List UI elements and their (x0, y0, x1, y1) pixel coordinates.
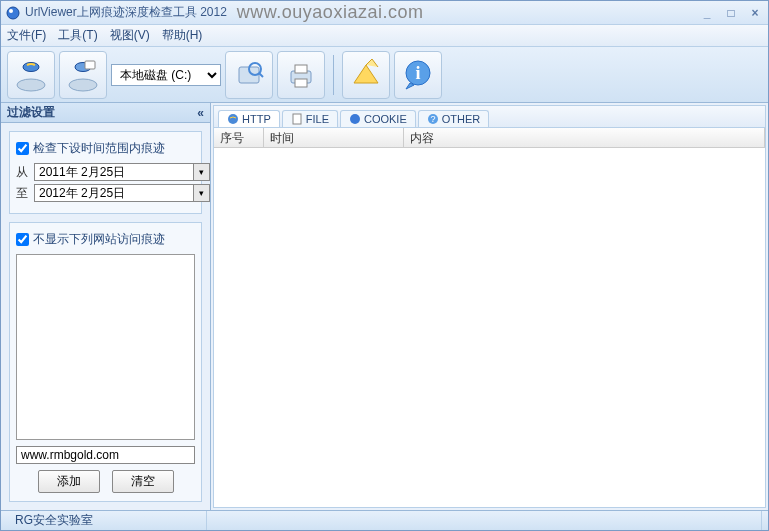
add-button[interactable]: 添加 (38, 470, 100, 493)
tab-bar: HTTP FILE COOKIE ? OTHER (214, 106, 765, 128)
svg-rect-10 (295, 79, 307, 87)
from-label: 从 (16, 164, 28, 181)
svg-rect-9 (295, 65, 307, 73)
titlebar: UrlViewer上网痕迹深度检查工具 2012 www.ouyaoxiazai… (1, 1, 768, 25)
watermark-text: www.ouyaoxiazai.com (237, 2, 424, 23)
minimize-button[interactable]: _ (698, 5, 716, 21)
sidebar-title: 过滤设置 (7, 104, 55, 121)
exclude-group: 不显示下列网站访问痕迹 添加 清空 (9, 222, 202, 502)
filter-body: 检查下设时间范围内痕迹 从 ▾ 至 ▾ (1, 123, 210, 510)
exclude-label: 不显示下列网站访问痕迹 (33, 231, 165, 248)
to-label: 至 (16, 185, 28, 202)
main-panel: HTTP FILE COOKIE ? OTHER 序号 时间 内容 (213, 105, 766, 508)
body-area: 过滤设置 « 检查下设时间范围内痕迹 从 ▾ (1, 103, 768, 510)
statusbar: RG安全实验室 (1, 510, 768, 530)
sidebar-header: 过滤设置 « (1, 103, 210, 123)
maximize-button[interactable]: □ (722, 5, 740, 21)
column-seq[interactable]: 序号 (214, 128, 264, 147)
status-empty (207, 511, 762, 530)
svg-point-2 (17, 79, 45, 91)
svg-line-7 (259, 73, 263, 77)
window-controls: _ □ × (698, 5, 764, 21)
to-date-picker-button[interactable]: ▾ (194, 184, 210, 202)
time-filter-checkbox[interactable] (16, 142, 29, 155)
svg-point-3 (69, 79, 97, 91)
question-icon: ? (427, 113, 439, 125)
menu-tools[interactable]: 工具(T) (58, 27, 97, 44)
from-date-picker-button[interactable]: ▾ (194, 163, 210, 181)
tab-file[interactable]: FILE (282, 110, 338, 127)
list-body[interactable] (214, 148, 765, 507)
svg-rect-14 (293, 114, 301, 124)
tab-http[interactable]: HTTP (218, 110, 280, 127)
menubar: 文件(F) 工具(T) 视图(V) 帮助(H) (1, 25, 768, 47)
time-filter-label: 检查下设时间范围内痕迹 (33, 140, 165, 157)
clear-button[interactable]: 清空 (112, 470, 174, 493)
svg-point-0 (7, 7, 19, 19)
exclude-url-input[interactable] (16, 446, 195, 464)
menu-help[interactable]: 帮助(H) (162, 27, 203, 44)
tab-cookie[interactable]: COOKIE (340, 110, 416, 127)
ie-cache-button[interactable] (59, 51, 107, 99)
filter-sidebar: 过滤设置 « 检查下设时间范围内痕迹 从 ▾ (1, 103, 211, 510)
window-title: UrlViewer上网痕迹深度检查工具 2012 (25, 4, 227, 21)
svg-text:i: i (415, 63, 420, 83)
menu-view[interactable]: 视图(V) (110, 27, 150, 44)
list-header: 序号 时间 内容 (214, 128, 765, 148)
column-content[interactable]: 内容 (404, 128, 765, 147)
print-button[interactable] (277, 51, 325, 99)
tab-other[interactable]: ? OTHER (418, 110, 490, 127)
ie-icon (227, 113, 239, 125)
sidebar-collapse-button[interactable]: « (197, 106, 204, 120)
svg-text:?: ? (430, 114, 435, 124)
drive-select[interactable]: 本地磁盘 (C:) (111, 64, 221, 86)
toolbar: 本地磁盘 (C:) i (1, 47, 768, 103)
file-icon (291, 113, 303, 125)
to-date-input[interactable] (34, 184, 194, 202)
svg-point-13 (228, 114, 238, 124)
menu-file[interactable]: 文件(F) (7, 27, 46, 44)
app-icon (5, 5, 21, 21)
column-time[interactable]: 时间 (264, 128, 404, 147)
svg-rect-4 (85, 61, 95, 69)
close-button[interactable]: × (746, 5, 764, 21)
toolbar-separator (333, 55, 334, 95)
exclude-checkbox[interactable] (16, 233, 29, 246)
main-window: UrlViewer上网痕迹深度检查工具 2012 www.ouyaoxiazai… (0, 0, 769, 531)
scan-button[interactable] (225, 51, 273, 99)
from-date-input[interactable] (34, 163, 194, 181)
favorites-button[interactable] (342, 51, 390, 99)
cookie-icon (349, 113, 361, 125)
exclude-listbox[interactable] (16, 254, 195, 440)
svg-point-1 (9, 9, 13, 13)
info-button[interactable]: i (394, 51, 442, 99)
ie-history-button[interactable] (7, 51, 55, 99)
time-filter-group: 检查下设时间范围内痕迹 从 ▾ 至 ▾ (9, 131, 202, 214)
status-lab: RG安全实验室 (7, 511, 207, 530)
svg-point-15 (350, 114, 360, 124)
